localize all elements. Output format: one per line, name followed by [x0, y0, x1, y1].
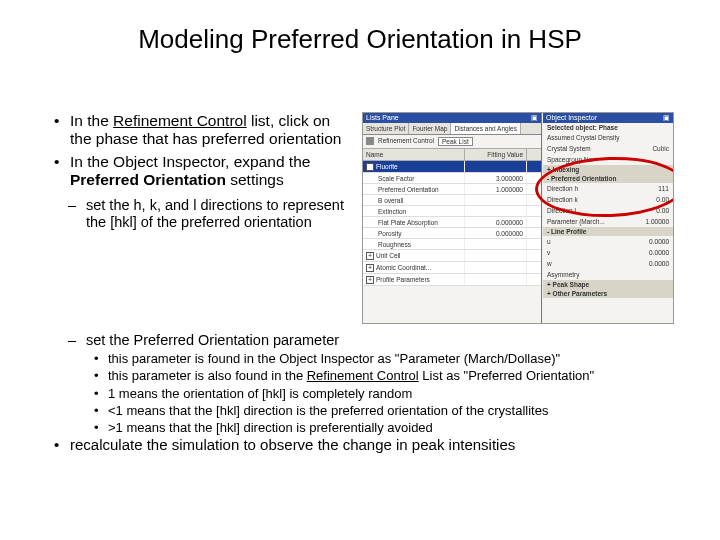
- sub-bullet-hkl: set the h, k, and l directions to repres…: [54, 197, 354, 231]
- field-direction-k[interactable]: Direction k0.00: [543, 194, 673, 205]
- field-u[interactable]: u0.0000: [543, 236, 673, 247]
- section-preferred-orientation[interactable]: - Preferred Orientation: [543, 174, 673, 183]
- tool-icon: [366, 137, 374, 145]
- bullet-object-inspector: In the Object Inspector, expand the Pref…: [54, 153, 354, 190]
- refinement-control-label: Refinement Control: [378, 137, 434, 146]
- grid-row-roughness[interactable]: Roughness: [363, 239, 541, 250]
- field-asymmetry[interactable]: Asymmetry: [543, 269, 673, 280]
- section-other-params[interactable]: + Other Parameters: [543, 289, 673, 298]
- field-direction-l[interactable]: Direction l0.00: [543, 205, 673, 216]
- grid-row-preferred-orientation[interactable]: Preferred Orientation1.000000: [363, 184, 541, 195]
- pane-controls: ▣: [531, 114, 538, 122]
- field-parameter-march[interactable]: Parameter (March...1.00000: [543, 216, 673, 227]
- tab-fourier-map[interactable]: Fourier Map: [409, 123, 451, 134]
- tab-distances-angles[interactable]: Distances and Angles: [451, 123, 521, 134]
- selected-object-label: Selected object: Phase: [543, 123, 673, 132]
- subsub-param-location-oi: this parameter is found in the Object In…: [54, 351, 690, 366]
- field-spacegroup: Spacegroup No.: [543, 154, 673, 165]
- grid-row-porosity[interactable]: Porosity0.000000: [363, 228, 541, 239]
- section-line-profile[interactable]: - Line Profile: [543, 227, 673, 236]
- field-crystal-system: Crystal SystemCubic: [543, 143, 673, 154]
- pane-controls: ▣: [663, 114, 670, 122]
- left-tabs: Structure Plot Fourier Map Distances and…: [363, 123, 541, 135]
- bullet-refinement-control: In the Refinement Control list, click on…: [54, 112, 354, 149]
- grid-row-fluorite[interactable]: -Fluorite: [363, 161, 541, 173]
- tab-structure-plot[interactable]: Structure Plot: [363, 123, 409, 134]
- grid-row-unit-cell[interactable]: +Unit Cell: [363, 250, 541, 262]
- section-indexing[interactable]: + Indexing: [543, 165, 673, 174]
- section-peak-shape[interactable]: + Peak Shape: [543, 280, 673, 289]
- grid-row-atomic-coord[interactable]: +Atomic Coordinat...: [363, 262, 541, 274]
- field-crystal-density: Assumed Crystal Density: [543, 132, 673, 143]
- grid-head-value: Fitting Value: [465, 149, 527, 160]
- expander-icon[interactable]: +: [366, 276, 374, 284]
- grid-row-profile-params[interactable]: +Profile Parameters: [363, 274, 541, 286]
- subsub-meaning-gt-one: >1 means that the [hkl] direction is pre…: [54, 420, 690, 435]
- grid-row-b-overall[interactable]: B overall: [363, 195, 541, 206]
- expander-icon[interactable]: -: [366, 163, 374, 171]
- sub-bullet-po-param: set the Preferred Orientation parameter: [54, 332, 690, 349]
- slide-title: Modeling Preferred Orientation in HSP: [0, 24, 720, 55]
- grid-row-flat-plate[interactable]: Flat Plate Absorption0.000000: [363, 217, 541, 228]
- grid-row-scale-factor[interactable]: Scale Factor3.000000: [363, 173, 541, 184]
- refinement-grid: NameFitting Value -Fluorite Scale Factor…: [363, 149, 541, 286]
- expander-icon[interactable]: +: [366, 252, 374, 260]
- left-pane-title: Lists Pane: [366, 114, 399, 122]
- grid-row-extinction[interactable]: Extinction: [363, 206, 541, 217]
- subsub-meaning-one: 1 means the orientation of [hkl] is comp…: [54, 386, 690, 401]
- subsub-param-location-rc: this parameter is also found in the Refi…: [54, 368, 690, 383]
- peak-list-button[interactable]: Peak List: [438, 137, 473, 146]
- bullet-recalculate: recalculate the simulation to observe th…: [54, 436, 690, 454]
- field-v[interactable]: v0.0000: [543, 247, 673, 258]
- right-pane-title: Object Inspector: [546, 114, 597, 122]
- expander-icon[interactable]: +: [366, 264, 374, 272]
- field-w[interactable]: w0.0000: [543, 258, 673, 269]
- grid-head-name: Name: [363, 149, 465, 160]
- field-direction-h[interactable]: Direction h111: [543, 183, 673, 194]
- subsub-meaning-lt-one: <1 means that the [hkl] direction is the…: [54, 403, 690, 418]
- app-screenshot: Lists Pane▣ Structure Plot Fourier Map D…: [362, 112, 674, 324]
